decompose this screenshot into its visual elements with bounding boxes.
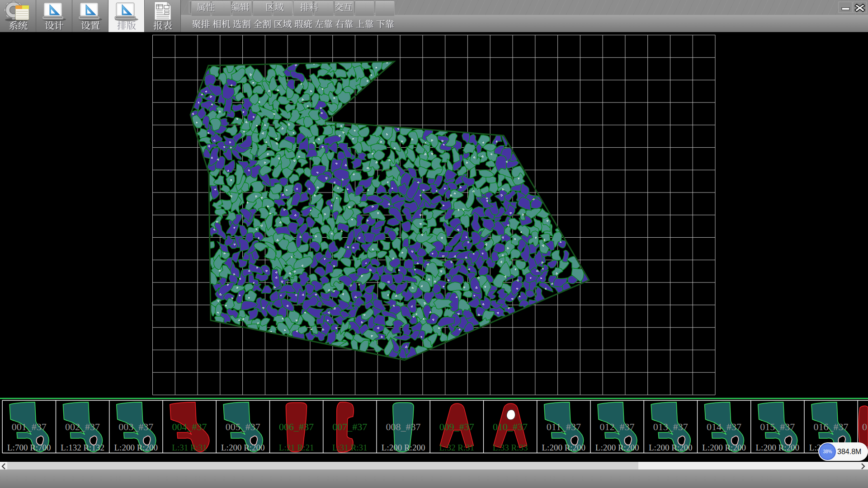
svg-text:016_#37: 016_#37 <box>814 421 849 432</box>
svg-text:014_#37: 014_#37 <box>707 421 741 432</box>
svg-text:007_#37: 007_#37 <box>332 421 367 432</box>
svg-text:L:33 R:33: L:33 R:33 <box>493 443 528 452</box>
svg-text:002_#37: 002_#37 <box>65 421 100 432</box>
svg-text:L:31 R:31: L:31 R:31 <box>332 443 368 452</box>
svg-text:015_#37: 015_#37 <box>760 421 795 432</box>
svg-text:L:700 R:700: L:700 R:700 <box>7 443 51 452</box>
svg-text:006_#37: 006_#37 <box>279 421 314 432</box>
svg-text:L:200 R:200: L:200 R:200 <box>221 443 265 452</box>
svg-text:013_#37: 013_#37 <box>653 421 688 432</box>
svg-text:012_#37: 012_#37 <box>600 421 635 432</box>
svg-text:L:200 R:200: L:200 R:200 <box>649 443 693 452</box>
svg-text:008_#37: 008_#37 <box>386 421 421 432</box>
svg-text:003_#37: 003_#37 <box>118 421 153 432</box>
svg-text:009_#37: 009_#37 <box>439 421 474 432</box>
svg-text:005_#37: 005_#37 <box>226 421 260 432</box>
svg-text:L:200 R:200: L:200 R:200 <box>702 443 746 452</box>
svg-text:011_#37: 011_#37 <box>547 421 581 432</box>
svg-text:L:32 R:31: L:32 R:31 <box>439 443 475 452</box>
svg-text:010_#37: 010_#37 <box>493 421 528 432</box>
svg-text:L:132 R:132: L:132 R:132 <box>61 443 104 452</box>
svg-text:L:200 R:200: L:200 R:200 <box>595 443 639 452</box>
svg-text:L:200 R:200: L:200 R:200 <box>542 443 586 452</box>
svg-text:L:200 R:200: L:200 R:200 <box>114 443 158 452</box>
svg-text:004_#37: 004_#37 <box>172 421 207 432</box>
svg-text:001_#37: 001_#37 <box>12 421 47 432</box>
svg-text:L:21 R:21: L:21 R:21 <box>279 443 314 452</box>
svg-text:L:200 R:200: L:200 R:200 <box>382 443 425 452</box>
svg-text:L:200 R:200: L:200 R:200 <box>756 443 800 452</box>
svg-text:L:31 R:31: L:31 R:31 <box>172 443 207 452</box>
svg-text:0: 0 <box>862 421 867 432</box>
